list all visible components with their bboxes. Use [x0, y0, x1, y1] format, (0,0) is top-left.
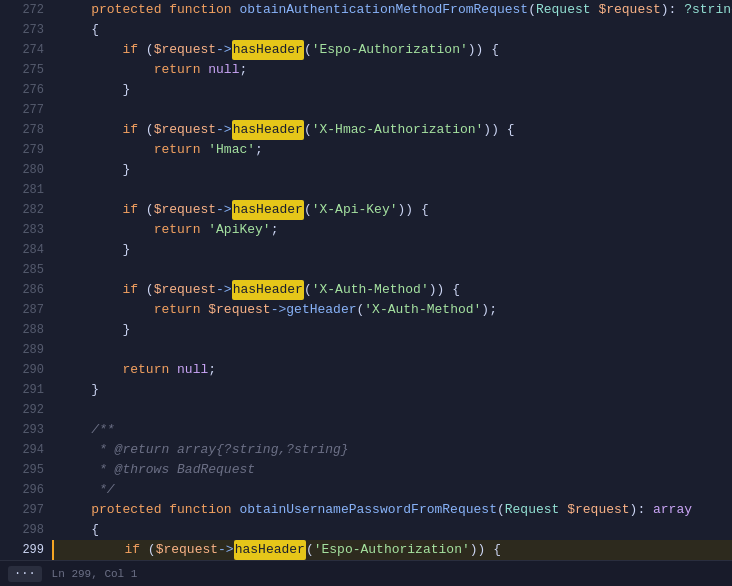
punctuation: )) {	[398, 200, 429, 220]
keyword: return	[122, 360, 169, 380]
code-line: return 'ApiKey';	[52, 220, 732, 240]
line-number: 287	[0, 300, 44, 320]
indent	[60, 520, 91, 540]
code-text	[559, 500, 567, 520]
code-line	[52, 100, 732, 120]
indent	[60, 480, 99, 500]
line-info: Ln 299, Col 1	[52, 568, 138, 580]
keyword-special: null	[208, 60, 239, 80]
highlighted-method: hasHeader	[232, 120, 304, 140]
punctuation: (	[140, 540, 156, 560]
line-number: 286	[0, 280, 44, 300]
bottom-bar: ··· Ln 299, Col 1	[0, 560, 732, 586]
indent	[60, 140, 154, 160]
parameter: $request	[208, 300, 270, 320]
line-number: 280	[0, 160, 44, 180]
line-number: 284	[0, 240, 44, 260]
punctuation: (	[528, 0, 536, 20]
code-line: * @return array{?string,?string}	[52, 440, 732, 460]
arrow-operator: ->	[218, 540, 234, 560]
line-number: 292	[0, 400, 44, 420]
punctuation: (	[306, 540, 314, 560]
keyword: protected	[91, 0, 161, 20]
punctuation: }	[122, 80, 130, 100]
string-literal: 'X-Hmac-Authorization'	[312, 120, 484, 140]
punctuation: }	[122, 240, 130, 260]
punctuation: )) {	[468, 40, 499, 60]
line-number: 296	[0, 480, 44, 500]
more-options-button[interactable]: ···	[8, 566, 42, 582]
function-name: getHeader	[286, 300, 356, 320]
line-number: 278	[0, 120, 44, 140]
line-number: 293	[0, 420, 44, 440]
parameter: $request	[598, 0, 660, 20]
punctuation: (	[304, 40, 312, 60]
code-text	[169, 360, 177, 380]
keyword: function	[169, 500, 231, 520]
indent	[62, 540, 124, 560]
indent	[60, 360, 122, 380]
code-lines[interactable]: protected function obtainAuthenticationM…	[52, 0, 732, 560]
keyword: return	[154, 300, 201, 320]
code-line: protected function obtainAuthenticationM…	[52, 0, 732, 20]
arrow-operator: ->	[216, 40, 232, 60]
code-line: if ($request->hasHeader('Espo-Authorizat…	[52, 40, 732, 60]
comment: */	[99, 480, 115, 500]
parameter: $request	[154, 200, 216, 220]
indent	[60, 40, 122, 60]
code-text	[161, 0, 169, 20]
string-literal: 'Espo-Authorization'	[312, 40, 468, 60]
code-line: return null;	[52, 360, 732, 380]
string-literal: 'ApiKey'	[208, 220, 270, 240]
punctuation: }	[122, 160, 130, 180]
type-name: Request	[536, 0, 591, 20]
indent	[60, 60, 154, 80]
punctuation: {	[91, 20, 99, 40]
indent	[60, 420, 91, 440]
arrow-operator: ->	[216, 120, 232, 140]
punctuation: }	[122, 320, 130, 340]
code-text	[200, 220, 208, 240]
punctuation: {	[91, 520, 99, 540]
punctuation: (	[497, 500, 505, 520]
line-number: 285	[0, 260, 44, 280]
string-literal: 'Espo-Authorization'	[314, 540, 470, 560]
indent	[60, 240, 122, 260]
line-number: 291	[0, 380, 44, 400]
string-literal: 'X-Api-Key'	[312, 200, 398, 220]
indent	[60, 20, 91, 40]
code-text	[161, 500, 169, 520]
keyword: if	[122, 200, 138, 220]
line-number: 279	[0, 140, 44, 160]
function-name: obtainAuthenticationMethodFromRequest	[239, 0, 528, 20]
indent	[60, 320, 122, 340]
comment: * @return array{?string,?string}	[99, 440, 349, 460]
keyword-special: array	[653, 500, 692, 520]
indent	[60, 220, 154, 240]
arrow-operator: ->	[216, 280, 232, 300]
code-text	[200, 60, 208, 80]
keyword: if	[124, 540, 140, 560]
code-line: if ($request->hasHeader('X-Hmac-Authoriz…	[52, 120, 732, 140]
indent	[60, 300, 154, 320]
punctuation: }	[91, 380, 99, 400]
line-number: 298	[0, 520, 44, 540]
line-number: 297	[0, 500, 44, 520]
punctuation: ;	[239, 60, 247, 80]
punctuation: (	[138, 280, 154, 300]
keyword: return	[154, 60, 201, 80]
line-number: 275	[0, 60, 44, 80]
parameter: $request	[154, 120, 216, 140]
code-line: if ($request->hasHeader('Espo-Authorizat…	[52, 540, 732, 560]
type-name: ?string	[684, 0, 732, 20]
line-number: 290	[0, 360, 44, 380]
keyword: function	[169, 0, 231, 20]
line-number: 276	[0, 80, 44, 100]
line-number: 294	[0, 440, 44, 460]
code-text	[200, 140, 208, 160]
line-number: 273	[0, 20, 44, 40]
code-line: }	[52, 240, 732, 260]
highlighted-method: hasHeader	[232, 40, 304, 60]
keyword: if	[122, 120, 138, 140]
parameter: $request	[154, 40, 216, 60]
